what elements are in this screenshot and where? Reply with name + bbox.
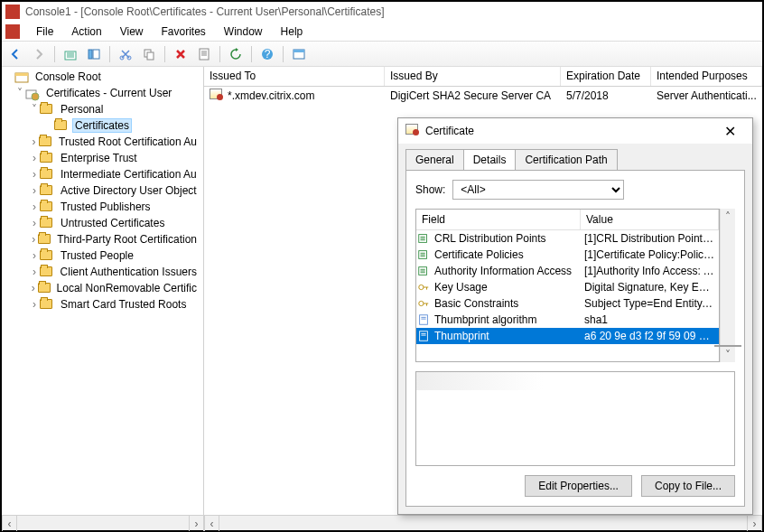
twisty-icon[interactable]: ˅ — [29, 103, 40, 116]
edit-properties-button[interactable]: Edit Properties... — [525, 475, 632, 497]
folder-icon — [39, 135, 52, 148]
field-name: Basic Constraints — [431, 297, 581, 310]
tree-node[interactable]: Console Root — [33, 70, 104, 83]
field-name: Key Usage — [431, 281, 581, 294]
cell-purposes: Server Authenticati... — [651, 89, 762, 103]
tree-node[interactable]: ›Active Directory User Object — [4, 182, 203, 199]
scroll-right-icon[interactable]: › — [189, 516, 204, 531]
close-button[interactable]: ✕ — [714, 121, 745, 141]
list-scrollbar[interactable]: ‹› — [204, 515, 762, 530]
field-row[interactable]: Thumbprint algorithmsha1 — [416, 312, 719, 328]
col-purposes[interactable]: Intended Purposes — [651, 67, 762, 86]
field-list-header: Field Value — [416, 210, 719, 230]
scroll-right-icon[interactable]: › — [747, 516, 762, 531]
field-row[interactable]: Basic ConstraintsSubject Type=End Entity… — [416, 295, 719, 312]
tree-node[interactable]: ›Third-Party Root Certification — [4, 231, 203, 247]
forward-button[interactable] — [29, 44, 49, 64]
mmc-window: Console1 - [Console Root\Certificates - … — [0, 0, 764, 532]
tree-node[interactable]: ›Trusted Publishers — [4, 199, 203, 215]
twisty-icon[interactable]: › — [29, 249, 40, 262]
twisty-icon[interactable]: › — [29, 233, 38, 246]
copy-button[interactable] — [139, 44, 159, 64]
show-hide-tree-button[interactable] — [84, 44, 104, 64]
svg-rect-11 — [293, 50, 304, 52]
svg-rect-21 — [420, 315, 428, 325]
field-row[interactable]: Authority Information Access[1]Authority… — [416, 263, 719, 279]
copy-to-file-button[interactable]: Copy to File... — [641, 475, 735, 497]
tree-node[interactable]: Certificates - Current User — [43, 87, 174, 99]
menu-action[interactable]: Action — [64, 23, 108, 40]
col-expiration[interactable]: Expiration Date — [561, 67, 651, 86]
certificate-icon — [210, 89, 224, 103]
twisty-icon[interactable]: › — [29, 266, 40, 278]
tree-node[interactable]: Personal — [58, 103, 106, 116]
tree-node[interactable]: ›Intermediate Certification Au — [4, 166, 203, 182]
list-row[interactable]: *.xmdev.citrix.com DigiCert SHA2 Secure … — [204, 87, 762, 105]
tree-node[interactable]: ›Smart Card Trusted Roots — [4, 296, 203, 313]
properties-button[interactable] — [194, 44, 214, 64]
cell-issued-to: *.xmdev.citrix.com — [228, 89, 314, 102]
twisty-icon[interactable]: › — [29, 282, 38, 294]
field-row[interactable]: Thumbprinta6 20 9e d3 f2 9f 59 09 10 6e … — [416, 328, 719, 344]
tab-general[interactable]: General — [405, 149, 464, 170]
dialog-title: Certificate — [425, 125, 474, 137]
tree-scrollbar[interactable]: ‹› — [2, 515, 204, 530]
field-value: a6 20 9e d3 f2 9f 59 09 10 6e ... — [581, 330, 719, 342]
twisty-icon[interactable]: › — [29, 298, 40, 311]
col-issued-to[interactable]: Issued To — [204, 67, 385, 86]
folder-icon — [38, 282, 51, 294]
scroll-up-icon[interactable]: ˄ — [721, 209, 736, 224]
twisty-icon[interactable]: › — [29, 184, 40, 197]
field-list-vscroll[interactable]: ˄ ˅ — [720, 209, 735, 362]
col-field[interactable]: Field — [416, 210, 581, 229]
titlebar: Console1 - [Console Root\Certificates - … — [2, 2, 762, 22]
field-row[interactable]: CRL Distribution Points[1]CRL Distributi… — [416, 230, 719, 247]
refresh-button[interactable] — [226, 44, 246, 64]
separator — [109, 46, 110, 62]
twisty-icon[interactable]: › — [29, 217, 40, 229]
tab-body: Show: <All> Field Value CRL Distribution… — [405, 170, 745, 507]
cell-issued-by: DigiCert SHA2 Secure Server CA — [385, 89, 561, 103]
twisty-icon[interactable]: › — [29, 152, 40, 164]
tree-node[interactable]: ›Trusted People — [4, 247, 203, 264]
menu-file[interactable]: File — [29, 23, 61, 40]
tree-pane[interactable]: Console Root ˅Certificates - Current Use… — [2, 67, 204, 515]
menu-view[interactable]: View — [113, 23, 151, 40]
scroll-left-icon[interactable]: ‹ — [204, 516, 219, 531]
tab-certification-path[interactable]: Certification Path — [515, 149, 617, 170]
up-button[interactable] — [61, 44, 80, 64]
tree-node[interactable]: ›Trusted Root Certification Au — [4, 134, 203, 150]
twisty-icon[interactable]: › — [29, 168, 40, 181]
delete-button[interactable] — [171, 44, 191, 64]
back-button[interactable] — [5, 44, 25, 64]
dialog-tabs: General Details Certification Path — [398, 144, 752, 170]
menu-help[interactable]: Help — [274, 23, 311, 40]
twisty-icon[interactable]: › — [29, 201, 40, 213]
col-value[interactable]: Value — [581, 210, 719, 229]
col-issued-by[interactable]: Issued By — [385, 67, 561, 86]
scroll-left-icon[interactable]: ‹ — [2, 516, 17, 531]
export-list-button[interactable] — [289, 44, 309, 64]
twisty-icon[interactable]: ˅ — [14, 87, 25, 99]
field-icon — [416, 297, 431, 310]
help-button[interactable]: ? — [257, 44, 277, 64]
folder-icon — [40, 201, 54, 213]
field-list[interactable]: Field Value CRL Distribution Points[1]CR… — [415, 209, 720, 362]
field-row[interactable]: Certificate Policies[1]Certificate Polic… — [416, 247, 719, 263]
field-value: [1]Authority Info Access: Acc... — [581, 265, 719, 277]
twisty-icon[interactable]: › — [29, 135, 39, 148]
menu-window[interactable]: Window — [217, 23, 270, 40]
scroll-down-icon[interactable]: ˅ — [721, 347, 736, 362]
field-name: Authority Information Access — [431, 265, 581, 277]
tree-node-selected[interactable]: Certificates — [72, 118, 132, 133]
menu-favorites[interactable]: Favorites — [154, 23, 213, 40]
tree-node[interactable]: ›Enterprise Trust — [4, 150, 203, 166]
field-detail-box[interactable] — [415, 371, 735, 466]
tree-node[interactable]: ›Untrusted Certificates — [4, 215, 203, 231]
tree-node[interactable]: ›Local NonRemovable Certific — [4, 280, 203, 296]
show-select[interactable]: <All> — [452, 180, 624, 200]
cut-button[interactable] — [116, 44, 135, 64]
tab-details[interactable]: Details — [463, 149, 517, 170]
tree-node[interactable]: ›Client Authentication Issuers — [4, 264, 203, 280]
field-row[interactable]: Key UsageDigital Signature, Key Encipher… — [416, 279, 719, 295]
